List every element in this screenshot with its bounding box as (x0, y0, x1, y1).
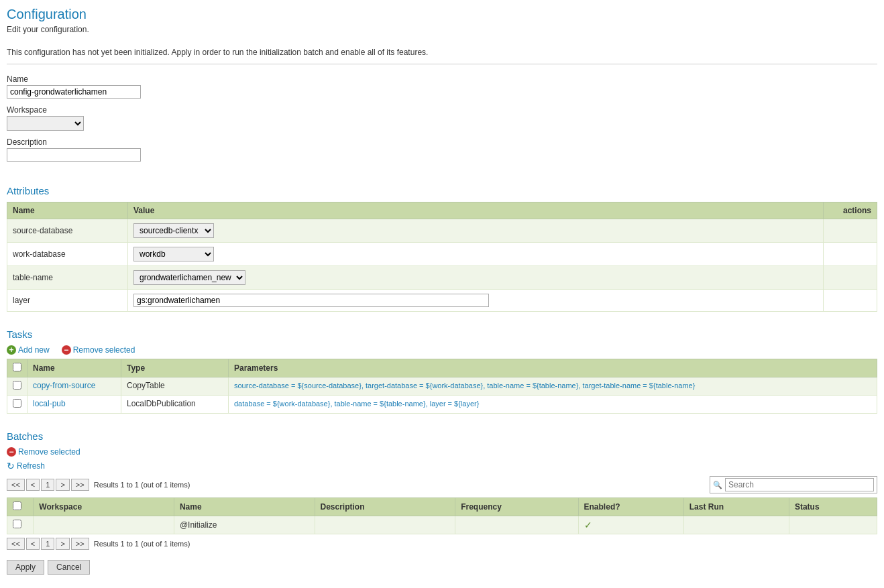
last-page-btn-top[interactable]: >> (71, 479, 89, 491)
attr-row-actions (824, 266, 877, 290)
attr-row-value (128, 290, 824, 312)
task-checkbox[interactable] (13, 381, 21, 390)
current-page-btn-top[interactable]: 1 (41, 479, 54, 491)
tasks-checkbox-header (7, 359, 27, 377)
attributes-table: Name Value actions source-database sourc… (7, 202, 877, 312)
attr-value-input[interactable] (133, 294, 489, 307)
attr-row-actions (824, 243, 877, 266)
batch-checkbox[interactable] (13, 520, 21, 528)
page-info-bottom: Results 1 to 1 (out of 1 items) (94, 540, 190, 548)
tasks-section-title: Tasks (7, 329, 877, 340)
batches-pagination-bottom: << < 1 > >> Results 1 to 1 (out of 1 ite… (7, 538, 877, 550)
batches-col-name[interactable]: Name (174, 498, 315, 516)
task-params: database = ${work-database}, table-name … (234, 400, 479, 408)
name-field-group: Name (7, 74, 877, 99)
batches-col-enabled[interactable]: Enabled? (578, 498, 683, 516)
first-page-btn-top[interactable]: << (7, 479, 25, 491)
page-info-top: Results 1 to 1 (out of 1 items) (94, 481, 190, 489)
attr-row-value: workdb (128, 243, 824, 266)
current-page-btn-bottom[interactable]: 1 (41, 538, 54, 550)
prev-page-btn-bottom[interactable]: < (26, 538, 40, 550)
batch-description (315, 516, 455, 534)
add-new-link[interactable]: + Add new (7, 345, 50, 355)
bottom-buttons: Apply Cancel (7, 560, 877, 575)
remove-batches-icon: − (7, 447, 16, 457)
batch-frequency (455, 516, 578, 534)
attr-col-value: Value (128, 202, 824, 219)
remove-selected-batches-link[interactable]: − Remove selected (7, 447, 80, 457)
batches-section-title: Batches (7, 430, 877, 442)
attr-value-select[interactable]: grondwaterlichamen_new (133, 270, 245, 285)
tasks-col-name: Name (27, 359, 121, 377)
task-name-cell: local-pub (27, 396, 121, 414)
attr-row-name: layer (7, 290, 128, 312)
attr-col-name: Name (7, 202, 128, 219)
batch-status (789, 516, 877, 534)
batches-table: Workspace Name Description Frequency Ena… (7, 497, 877, 534)
batches-col-description[interactable]: Description (315, 498, 455, 516)
task-params: source-database = ${source-database}, ta… (234, 381, 695, 390)
batch-enabled: ✓ (578, 516, 683, 534)
attr-row-value: sourcedb-clientx (128, 219, 824, 243)
task-checkbox-cell (7, 377, 27, 396)
batches-select-all-checkbox[interactable] (13, 502, 21, 510)
attr-value-select[interactable]: sourcedb-clientx (133, 223, 214, 238)
batches-refresh-row: ↻ Refresh (7, 461, 877, 471)
tasks-col-parameters: Parameters (229, 359, 877, 377)
task-name-link[interactable]: copy-from-source (33, 381, 95, 390)
description-input[interactable] (7, 148, 141, 162)
task-params-cell: database = ${work-database}, table-name … (229, 396, 877, 414)
add-icon: + (7, 345, 16, 355)
workspace-label: Workspace (7, 105, 877, 115)
description-label: Description (7, 137, 877, 147)
info-message: This configuration has not yet been init… (7, 48, 877, 64)
batches-col-workspace[interactable]: Workspace (34, 498, 174, 516)
batch-last-run (683, 516, 789, 534)
page-title: Configuration (7, 7, 877, 22)
tasks-select-all-checkbox[interactable] (13, 363, 21, 371)
next-page-btn-top[interactable]: > (56, 479, 69, 491)
attr-row-name: work-database (7, 243, 128, 266)
refresh-link[interactable]: ↻ Refresh (7, 461, 45, 471)
search-icon: 🔍 (713, 481, 722, 489)
task-name-link[interactable]: local-pub (33, 399, 66, 408)
attr-value-select[interactable]: workdb (133, 247, 214, 261)
workspace-field-group: Workspace (7, 105, 877, 131)
batches-pagination-top: << < 1 > >> Results 1 to 1 (out of 1 ite… (7, 479, 190, 491)
attr-row-actions (824, 219, 877, 243)
cancel-button[interactable]: Cancel (48, 560, 90, 575)
search-container: 🔍 (710, 476, 877, 493)
name-label: Name (7, 74, 877, 84)
task-checkbox[interactable] (13, 399, 21, 408)
attributes-section-title: Attributes (7, 185, 877, 196)
remove-selected-tasks-link[interactable]: − Remove selected (62, 345, 135, 355)
prev-page-btn-top[interactable]: < (26, 479, 40, 491)
first-page-btn-bottom[interactable]: << (7, 538, 25, 550)
next-page-btn-bottom[interactable]: > (56, 538, 69, 550)
tasks-actions-row: + Add new − Remove selected (7, 345, 877, 355)
attr-row-name: source-database (7, 219, 128, 243)
tasks-col-type: Type (121, 359, 229, 377)
task-type-cell: LocalDbPublication (121, 396, 229, 414)
batches-col-last-run[interactable]: Last Run (683, 498, 789, 516)
batches-col-status[interactable]: Status (789, 498, 877, 516)
refresh-icon: ↻ (7, 461, 15, 471)
attr-row-value: grondwaterlichamen_new (128, 266, 824, 290)
batches-col-frequency[interactable]: Frequency (455, 498, 578, 516)
task-params-cell: source-database = ${source-database}, ta… (229, 377, 877, 396)
attr-col-actions: actions (824, 202, 877, 219)
enabled-checkmark: ✓ (584, 520, 592, 530)
task-checkbox-cell (7, 396, 27, 414)
batches-checkbox-header (7, 498, 34, 516)
attr-row-name: table-name (7, 266, 128, 290)
remove-icon: − (62, 345, 71, 355)
apply-button[interactable]: Apply (7, 560, 44, 575)
task-type-cell: CopyTable (121, 377, 229, 396)
batches-pagination-search-row: << < 1 > >> Results 1 to 1 (out of 1 ite… (7, 475, 877, 494)
page-subtitle: Edit your configuration. (7, 25, 877, 34)
last-page-btn-bottom[interactable]: >> (71, 538, 89, 550)
search-input[interactable] (725, 478, 874, 491)
batch-workspace (34, 516, 174, 534)
name-input[interactable] (7, 85, 141, 99)
workspace-select[interactable] (7, 116, 84, 131)
